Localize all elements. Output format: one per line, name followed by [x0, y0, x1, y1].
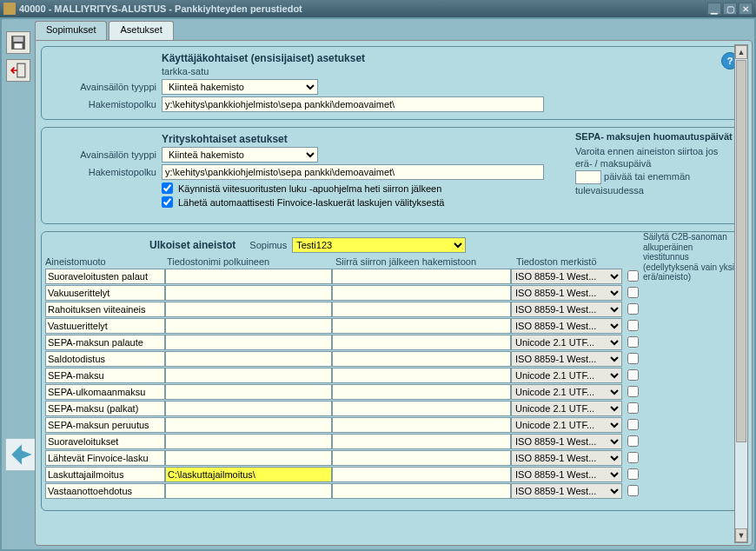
format-cell[interactable] — [45, 483, 165, 499]
scroll-up-button[interactable]: ▲ — [735, 45, 747, 59]
movedir-cell[interactable] — [332, 483, 511, 499]
window-title: 40000 - MALLIYRITYS-ALUSTUS - Pankkiyhte… — [19, 3, 706, 14]
retain-checkbox[interactable] — [627, 270, 639, 282]
movedir-cell[interactable] — [332, 434, 511, 449]
close-button[interactable]: ✕ — [739, 3, 753, 15]
format-cell[interactable] — [45, 368, 165, 383]
movedir-cell[interactable] — [332, 401, 511, 416]
filename-cell[interactable] — [165, 351, 332, 367]
format-cell[interactable] — [45, 285, 165, 301]
encoding-select[interactable]: ISO 8859-1 West... — [511, 467, 622, 482]
company-keystore-type-select[interactable]: Kiinteä hakemisto — [162, 147, 318, 163]
save-button[interactable] — [6, 31, 30, 54]
filename-cell[interactable] — [165, 335, 332, 350]
retain-checkbox[interactable] — [627, 452, 639, 463]
floppy-icon — [10, 35, 26, 50]
contract-label: Sopimus — [249, 240, 287, 250]
retain-checkbox[interactable] — [627, 485, 639, 496]
start-helper-label: Käynnistä viitesuoritusten luku -apuohje… — [178, 183, 441, 194]
filename-cell[interactable] — [165, 401, 332, 416]
retain-checkbox[interactable] — [627, 369, 639, 381]
format-cell[interactable] — [45, 269, 165, 284]
format-cell[interactable] — [45, 384, 165, 400]
encoding-select[interactable]: Unicode 2.1 UTF... — [511, 368, 622, 383]
format-cell[interactable] — [45, 401, 165, 416]
encoding-select[interactable]: ISO 8859-1 West... — [511, 434, 622, 449]
minimize-button[interactable]: ▁ — [707, 3, 721, 15]
retain-checkbox[interactable] — [627, 353, 639, 364]
retain-checkbox[interactable] — [627, 435, 639, 447]
filename-cell[interactable] — [165, 285, 332, 301]
filename-cell[interactable] — [165, 318, 332, 334]
retain-checkbox[interactable] — [627, 468, 639, 480]
maximize-button[interactable]: ▢ — [723, 3, 737, 15]
movedir-cell[interactable] — [332, 467, 511, 482]
keystore-type-select[interactable]: Kiinteä hakemisto — [162, 79, 318, 95]
tab-sopimukset[interactable]: Sopimukset — [35, 21, 107, 40]
directory-path-input[interactable] — [162, 96, 544, 112]
company-directory-path-input[interactable] — [162, 164, 544, 180]
svg-rect-2 — [15, 43, 23, 49]
format-cell[interactable] — [45, 318, 165, 334]
retain-checkbox[interactable] — [627, 287, 639, 298]
encoding-select[interactable]: Unicode 2.1 UTF... — [511, 401, 622, 416]
format-cell[interactable] — [45, 434, 165, 449]
movedir-cell[interactable] — [332, 302, 511, 317]
filename-cell[interactable] — [165, 302, 332, 317]
retain-message: Säilytä C2B-sanoman alkuperäinen viestit… — [643, 232, 740, 282]
retain-checkbox[interactable] — [627, 402, 639, 414]
filename-cell[interactable] — [165, 467, 332, 482]
encoding-select[interactable]: ISO 8859-1 West... — [511, 302, 622, 317]
exit-icon — [10, 63, 26, 78]
filename-cell[interactable] — [165, 269, 332, 284]
vertical-scrollbar[interactable]: ▲ ▼ — [734, 44, 748, 543]
format-cell[interactable] — [45, 335, 165, 350]
contract-select[interactable]: Testi123 — [292, 237, 466, 253]
scroll-thumb[interactable] — [736, 60, 746, 442]
format-cell[interactable] — [45, 417, 165, 433]
start-helper-checkbox[interactable] — [162, 183, 173, 194]
movedir-cell[interactable] — [332, 450, 511, 466]
encoding-select[interactable]: ISO 8859-1 West... — [511, 269, 622, 284]
table-row: ISO 8859-1 West... — [45, 350, 742, 367]
format-cell[interactable] — [45, 302, 165, 317]
company-settings-panel: Yrityskohtaiset asetukset Avainsäilön ty… — [41, 127, 746, 224]
format-cell[interactable] — [45, 351, 165, 367]
send-finvoice-checkbox[interactable] — [162, 196, 173, 208]
encoding-select[interactable]: Unicode 2.1 UTF... — [511, 417, 622, 433]
filename-cell[interactable] — [165, 483, 332, 499]
movedir-cell[interactable] — [332, 384, 511, 400]
retain-checkbox[interactable] — [627, 419, 639, 430]
movedir-cell[interactable] — [332, 285, 511, 301]
sepa-days-input[interactable] — [575, 170, 601, 184]
encoding-select[interactable]: ISO 8859-1 West... — [511, 351, 622, 367]
movedir-cell[interactable] — [332, 318, 511, 334]
filename-cell[interactable] — [165, 384, 332, 400]
filename-cell[interactable] — [165, 450, 332, 466]
movedir-cell[interactable] — [332, 351, 511, 367]
encoding-select[interactable]: ISO 8859-1 West... — [511, 450, 622, 466]
encoding-select[interactable]: ISO 8859-1 West... — [511, 318, 622, 334]
encoding-select[interactable]: ISO 8859-1 West... — [511, 483, 622, 499]
retain-checkbox[interactable] — [627, 320, 639, 331]
scroll-down-button[interactable]: ▼ — [735, 528, 747, 542]
filename-cell[interactable] — [165, 434, 332, 449]
tab-asetukset[interactable]: Asetukset — [109, 21, 173, 40]
retain-checkbox[interactable] — [627, 386, 639, 397]
retain-checkbox[interactable] — [627, 303, 639, 315]
movedir-cell[interactable] — [332, 335, 511, 350]
retain-checkbox[interactable] — [627, 336, 639, 348]
format-cell[interactable] — [45, 450, 165, 466]
filename-cell[interactable] — [165, 368, 332, 383]
svg-rect-3 — [17, 63, 25, 77]
exit-button[interactable] — [6, 59, 30, 82]
encoding-select[interactable]: Unicode 2.1 UTF... — [511, 384, 622, 400]
encoding-select[interactable]: ISO 8859-1 West... — [511, 285, 622, 301]
movedir-cell[interactable] — [332, 417, 511, 433]
col-movedir: Siirrä siirron jälkeen hakemistoon — [335, 256, 516, 268]
filename-cell[interactable] — [165, 417, 332, 433]
movedir-cell[interactable] — [332, 368, 511, 383]
encoding-select[interactable]: Unicode 2.1 UTF... — [511, 335, 622, 350]
movedir-cell[interactable] — [332, 269, 511, 284]
format-cell[interactable] — [45, 467, 165, 482]
